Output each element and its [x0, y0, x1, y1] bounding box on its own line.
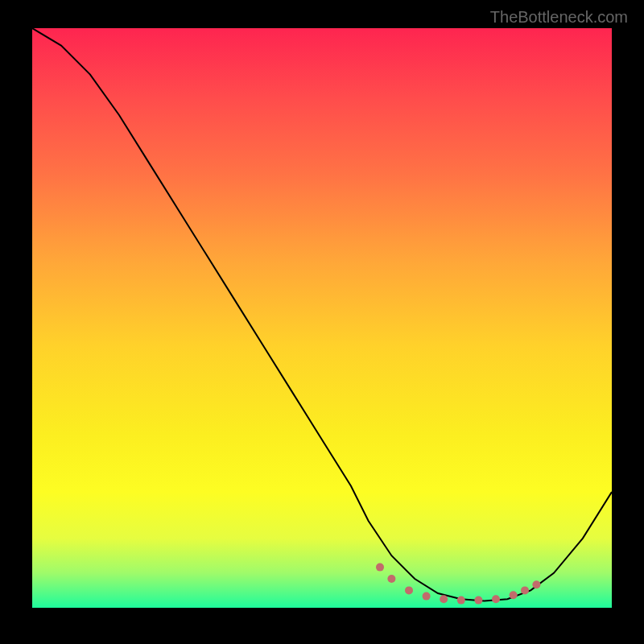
- chart-curve: [32, 28, 612, 608]
- marker-dot: [440, 595, 448, 603]
- marker-dot: [521, 586, 529, 594]
- marker-dot: [387, 575, 395, 583]
- marker-dot: [405, 586, 413, 594]
- marker-dot: [376, 564, 384, 572]
- marker-dot: [457, 597, 465, 605]
- marker-dot: [423, 592, 431, 601]
- marker-dot: [510, 591, 518, 599]
- marker-dot: [474, 597, 482, 605]
- marker-dot: [532, 580, 540, 588]
- plot-area: [32, 28, 612, 608]
- marker-dot: [492, 595, 500, 603]
- marker-dots: [376, 564, 540, 605]
- main-curve-path: [32, 28, 612, 601]
- watermark-text: TheBottleneck.com: [490, 8, 628, 27]
